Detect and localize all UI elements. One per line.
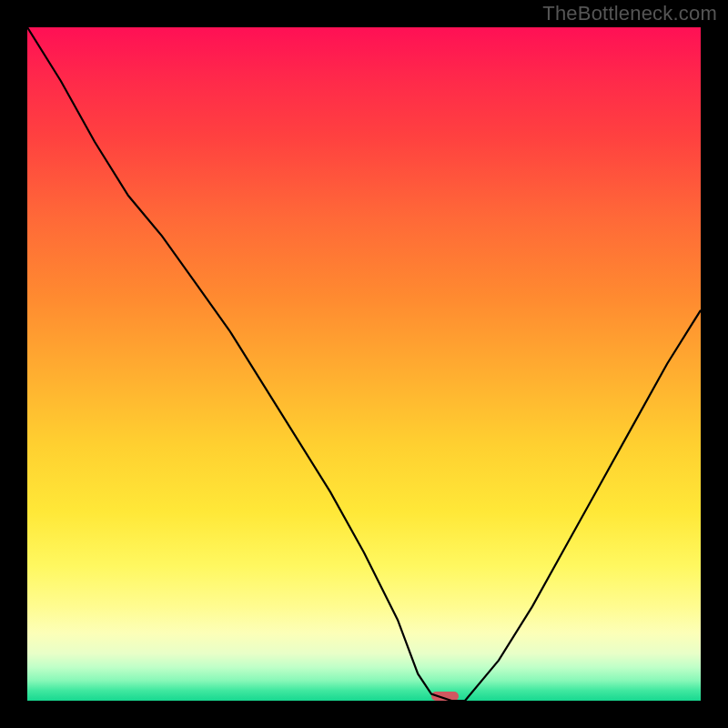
watermark-text: TheBottleneck.com xyxy=(542,2,717,25)
plot-area xyxy=(27,27,701,701)
bottleneck-curve xyxy=(27,27,701,701)
curve-path xyxy=(27,27,701,701)
chart-frame: TheBottleneck.com xyxy=(0,0,728,728)
